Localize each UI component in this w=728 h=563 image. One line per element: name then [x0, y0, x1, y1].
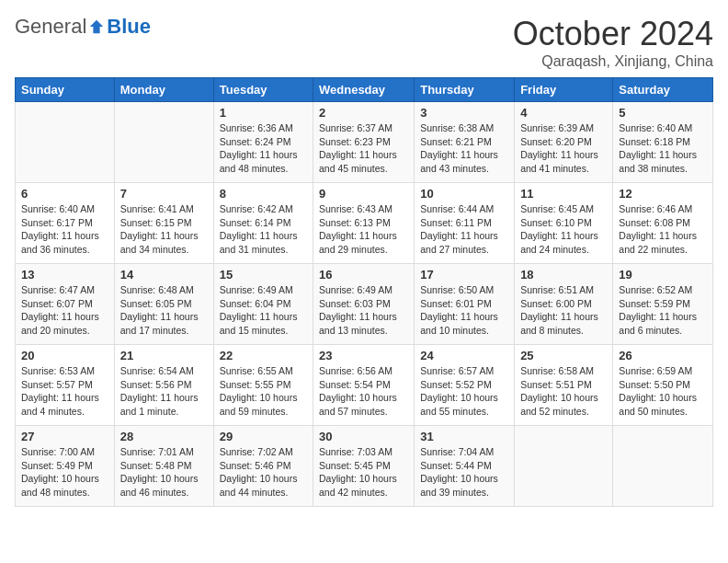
day-number: 21: [120, 349, 208, 362]
day-cell: 14Sunrise: 6:48 AMSunset: 6:05 PMDayligh…: [114, 264, 213, 345]
day-info: Sunrise: 6:52 AMSunset: 5:59 PMDaylight:…: [619, 283, 707, 338]
day-number: 7: [120, 187, 208, 201]
day-number: 15: [220, 268, 307, 282]
day-number: 12: [619, 187, 707, 201]
day-number: 11: [520, 187, 607, 201]
month-title: October 2024: [513, 15, 713, 53]
day-cell: 31Sunrise: 7:04 AMSunset: 5:44 PMDayligh…: [415, 426, 515, 507]
day-cell: 7Sunrise: 6:41 AMSunset: 6:15 PMDaylight…: [114, 183, 213, 264]
day-info: Sunrise: 6:49 AMSunset: 6:03 PMDaylight:…: [319, 283, 408, 338]
day-cell: 17Sunrise: 6:50 AMSunset: 6:01 PMDayligh…: [415, 264, 515, 345]
day-info: Sunrise: 6:54 AMSunset: 5:56 PMDaylight:…: [120, 364, 208, 419]
day-cell: [613, 426, 713, 507]
day-cell: 18Sunrise: 6:51 AMSunset: 6:00 PMDayligh…: [515, 264, 613, 345]
day-cell: 20Sunrise: 6:53 AMSunset: 5:57 PMDayligh…: [16, 345, 115, 426]
day-cell: 15Sunrise: 6:49 AMSunset: 6:04 PMDayligh…: [213, 264, 313, 345]
day-number: 25: [520, 349, 607, 362]
day-number: 27: [21, 430, 108, 443]
weekday-header-tuesday: Tuesday: [213, 78, 313, 102]
day-number: 23: [319, 349, 408, 362]
day-number: 30: [319, 430, 408, 443]
day-number: 24: [420, 349, 508, 362]
weekday-header-row: SundayMondayTuesdayWednesdayThursdayFrid…: [16, 78, 713, 102]
day-number: 18: [520, 268, 607, 282]
day-cell: [16, 102, 115, 183]
day-cell: 22Sunrise: 6:55 AMSunset: 5:55 PMDayligh…: [213, 345, 313, 426]
day-info: Sunrise: 7:02 AMSunset: 5:46 PMDaylight:…: [220, 445, 307, 500]
day-number: 20: [21, 349, 108, 362]
day-number: 17: [420, 268, 508, 282]
day-cell: [114, 102, 213, 183]
day-info: Sunrise: 6:40 AMSunset: 6:18 PMDaylight:…: [619, 121, 707, 176]
day-number: 8: [220, 187, 307, 201]
day-cell: 16Sunrise: 6:49 AMSunset: 6:03 PMDayligh…: [313, 264, 415, 345]
day-number: 3: [420, 106, 508, 120]
location: Qaraqash, Xinjiang, China: [513, 53, 713, 70]
day-info: Sunrise: 6:38 AMSunset: 6:21 PMDaylight:…: [420, 121, 508, 176]
day-cell: 27Sunrise: 7:00 AMSunset: 5:49 PMDayligh…: [16, 426, 115, 507]
weekday-header-monday: Monday: [114, 78, 213, 102]
day-info: Sunrise: 6:56 AMSunset: 5:54 PMDaylight:…: [319, 364, 408, 419]
day-number: 13: [21, 268, 108, 282]
day-number: 1: [220, 106, 307, 120]
weekday-header-saturday: Saturday: [613, 78, 713, 102]
day-number: 31: [420, 430, 508, 443]
day-cell: 25Sunrise: 6:58 AMSunset: 5:51 PMDayligh…: [515, 345, 613, 426]
day-cell: 12Sunrise: 6:46 AMSunset: 6:08 PMDayligh…: [613, 183, 713, 264]
week-row-4: 20Sunrise: 6:53 AMSunset: 5:57 PMDayligh…: [16, 345, 713, 426]
day-cell: 30Sunrise: 7:03 AMSunset: 5:45 PMDayligh…: [313, 426, 415, 507]
day-cell: 26Sunrise: 6:59 AMSunset: 5:50 PMDayligh…: [613, 345, 713, 426]
day-number: 10: [420, 187, 508, 201]
day-info: Sunrise: 6:58 AMSunset: 5:51 PMDaylight:…: [520, 364, 607, 419]
day-number: 14: [120, 268, 208, 282]
day-cell: 8Sunrise: 6:42 AMSunset: 6:14 PMDaylight…: [213, 183, 313, 264]
day-cell: 9Sunrise: 6:43 AMSunset: 6:13 PMDaylight…: [313, 183, 415, 264]
logo-general: General: [15, 15, 86, 39]
calendar: SundayMondayTuesdayWednesdayThursdayFrid…: [15, 77, 713, 507]
svg-marker-0: [90, 20, 103, 33]
day-info: Sunrise: 6:43 AMSunset: 6:13 PMDaylight:…: [319, 202, 408, 257]
week-row-1: 1Sunrise: 6:36 AMSunset: 6:24 PMDaylight…: [16, 102, 713, 183]
day-number: 29: [220, 430, 307, 443]
day-number: 4: [520, 106, 607, 120]
day-info: Sunrise: 6:47 AMSunset: 6:07 PMDaylight:…: [21, 283, 108, 338]
week-row-2: 6Sunrise: 6:40 AMSunset: 6:17 PMDaylight…: [16, 183, 713, 264]
week-row-3: 13Sunrise: 6:47 AMSunset: 6:07 PMDayligh…: [16, 264, 713, 345]
day-cell: 4Sunrise: 6:39 AMSunset: 6:20 PMDaylight…: [515, 102, 613, 183]
day-info: Sunrise: 6:55 AMSunset: 5:55 PMDaylight:…: [220, 364, 307, 419]
day-info: Sunrise: 6:44 AMSunset: 6:11 PMDaylight:…: [420, 202, 508, 257]
week-row-5: 27Sunrise: 7:00 AMSunset: 5:49 PMDayligh…: [16, 426, 713, 507]
day-cell: 3Sunrise: 6:38 AMSunset: 6:21 PMDaylight…: [415, 102, 515, 183]
day-info: Sunrise: 6:59 AMSunset: 5:50 PMDaylight:…: [619, 364, 707, 419]
day-info: Sunrise: 6:45 AMSunset: 6:10 PMDaylight:…: [520, 202, 607, 257]
day-info: Sunrise: 6:36 AMSunset: 6:24 PMDaylight:…: [220, 121, 307, 176]
weekday-header-friday: Friday: [515, 78, 613, 102]
day-cell: 19Sunrise: 6:52 AMSunset: 5:59 PMDayligh…: [613, 264, 713, 345]
day-cell: 2Sunrise: 6:37 AMSunset: 6:23 PMDaylight…: [313, 102, 415, 183]
day-number: 26: [619, 349, 707, 362]
day-number: 28: [120, 430, 208, 443]
day-info: Sunrise: 6:46 AMSunset: 6:08 PMDaylight:…: [619, 202, 707, 257]
day-info: Sunrise: 6:50 AMSunset: 6:01 PMDaylight:…: [420, 283, 508, 338]
weekday-header-sunday: Sunday: [16, 78, 115, 102]
day-number: 22: [220, 349, 307, 362]
day-info: Sunrise: 6:53 AMSunset: 5:57 PMDaylight:…: [21, 364, 108, 419]
day-cell: 5Sunrise: 6:40 AMSunset: 6:18 PMDaylight…: [613, 102, 713, 183]
logo: General Blue: [15, 15, 151, 39]
day-cell: 1Sunrise: 6:36 AMSunset: 6:24 PMDaylight…: [213, 102, 313, 183]
day-info: Sunrise: 7:01 AMSunset: 5:48 PMDaylight:…: [120, 445, 208, 500]
day-cell: 13Sunrise: 6:47 AMSunset: 6:07 PMDayligh…: [16, 264, 115, 345]
day-number: 16: [319, 268, 408, 282]
weekday-header-wednesday: Wednesday: [313, 78, 415, 102]
day-info: Sunrise: 6:37 AMSunset: 6:23 PMDaylight:…: [319, 121, 408, 176]
day-number: 2: [319, 106, 408, 120]
day-cell: 29Sunrise: 7:02 AMSunset: 5:46 PMDayligh…: [213, 426, 313, 507]
day-cell: 24Sunrise: 6:57 AMSunset: 5:52 PMDayligh…: [415, 345, 515, 426]
day-info: Sunrise: 6:42 AMSunset: 6:14 PMDaylight:…: [220, 202, 307, 257]
day-number: 6: [21, 187, 108, 201]
weekday-header-thursday: Thursday: [415, 78, 515, 102]
day-cell: 6Sunrise: 6:40 AMSunset: 6:17 PMDaylight…: [16, 183, 115, 264]
day-info: Sunrise: 7:04 AMSunset: 5:44 PMDaylight:…: [420, 445, 508, 500]
day-info: Sunrise: 7:00 AMSunset: 5:49 PMDaylight:…: [21, 445, 108, 500]
day-cell: 28Sunrise: 7:01 AMSunset: 5:48 PMDayligh…: [114, 426, 213, 507]
